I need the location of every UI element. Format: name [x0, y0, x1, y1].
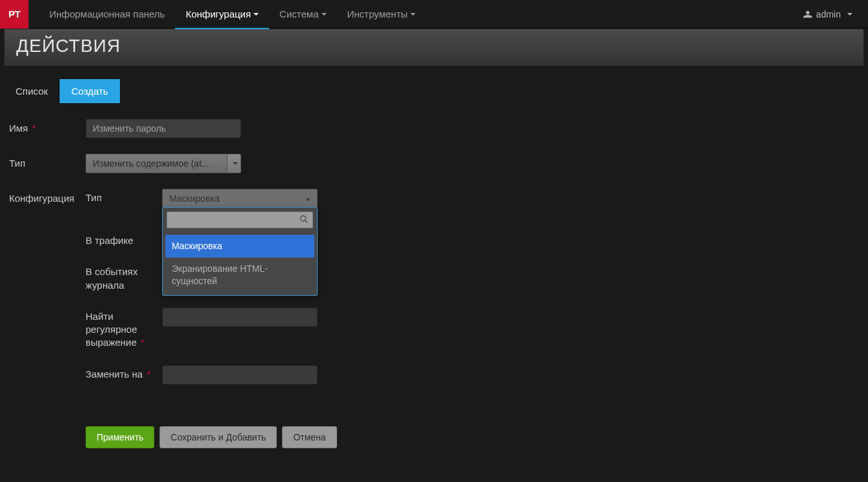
label-text: Имя — [9, 123, 28, 134]
dropdown-options: Маскировка Экранирование HTML-сущностей — [163, 232, 317, 295]
type-select[interactable]: Изменить содержимое (at... — [86, 154, 241, 173]
dropdown-panel: Маскировка Экранирование HTML-сущностей — [162, 207, 318, 296]
required-mark: * — [32, 123, 36, 134]
dropdown-search — [163, 208, 317, 232]
config-row-type: Тип Маскировка — [86, 189, 318, 208]
dropdown-selected-value: Маскировка — [169, 193, 220, 204]
regex-input[interactable] — [162, 307, 318, 327]
config-type-field: Маскировка — [162, 189, 318, 208]
replace-field — [162, 365, 318, 385]
config-type-dropdown[interactable]: Маскировка — [162, 189, 318, 208]
label-text: Заменить на — [86, 368, 143, 380]
form: Имя * Тип Изменить содержимое (at... Кон… — [4, 103, 864, 448]
form-row-name: Имя * — [9, 119, 864, 138]
nav-item-label: Информационная панель — [49, 8, 165, 19]
caret-down-icon — [322, 13, 327, 16]
required-mark: * — [141, 337, 145, 348]
user-icon — [803, 10, 812, 19]
content: Список Создать Имя * Тип Изменить содерж… — [0, 66, 868, 448]
name-label: Имя * — [9, 119, 86, 134]
caret-down-icon — [847, 13, 852, 16]
in-traffic-label: В трафике — [86, 232, 162, 247]
dropdown-search-input[interactable] — [167, 211, 313, 228]
dropdown-option[interactable]: Экранирование HTML-сущностей — [165, 258, 314, 293]
navbar: PT Информационная панель Конфигурация Си… — [0, 0, 868, 29]
name-input[interactable] — [86, 119, 241, 138]
form-buttons: Применить Сохранить и Добавить Отмена — [86, 426, 864, 448]
title-bar: ДЕЙСТВИЯ — [4, 29, 864, 66]
cancel-button[interactable]: Отмена — [282, 426, 336, 448]
nav-items: Информационная панель Конфигурация Систе… — [39, 0, 426, 29]
replace-label: Заменить на * — [86, 365, 162, 381]
tab-create[interactable]: Создать — [60, 79, 120, 103]
config-block: Тип Маскировка — [86, 189, 318, 400]
page-title: ДЕЙСТВИЯ — [16, 36, 852, 56]
regex-field — [162, 307, 318, 327]
svg-point-0 — [301, 216, 306, 221]
caret-down-icon — [253, 13, 259, 16]
user-name: admin — [816, 9, 841, 19]
type-select-value: Изменить содержимое (at... — [86, 154, 227, 173]
tabs: Список Создать — [4, 79, 864, 103]
regex-label: Найти регулярное выражение * — [86, 307, 162, 350]
config-label: Конфигурация — [9, 189, 86, 204]
in-log-events-label: В событиях журнала — [86, 263, 162, 292]
caret-down-icon — [233, 162, 238, 165]
nav-item-label: Система — [279, 8, 318, 19]
nav-item-label: Конфигурация — [185, 8, 251, 19]
save-and-add-button[interactable]: Сохранить и Добавить — [159, 426, 277, 448]
name-field — [86, 119, 241, 138]
nav-item-label: Инструменты — [347, 8, 408, 19]
nav-item-configuration[interactable]: Конфигурация — [175, 0, 269, 29]
svg-line-1 — [305, 221, 307, 223]
type-label: Тип — [9, 154, 86, 169]
apply-button[interactable]: Применить — [86, 426, 154, 448]
select-arrow — [227, 154, 241, 173]
nav-item-system[interactable]: Система — [269, 0, 336, 29]
dropdown-selected[interactable]: Маскировка — [162, 189, 318, 208]
search-icon — [299, 215, 308, 225]
tab-list[interactable]: Список — [4, 79, 60, 103]
form-row-config: Конфигурация Тип Маскировка — [9, 189, 864, 400]
label-text: Найти регулярное выражение — [86, 311, 137, 348]
user-menu[interactable]: admin — [803, 9, 868, 19]
nav-item-dashboard[interactable]: Информационная панель — [39, 0, 175, 29]
required-mark: * — [147, 368, 150, 380]
replace-input[interactable] — [162, 365, 318, 385]
logo: PT — [0, 0, 29, 29]
caret-up-icon — [305, 197, 311, 200]
nav-item-tools[interactable]: Инструменты — [337, 0, 427, 29]
dropdown-option[interactable]: Маскировка — [165, 235, 314, 258]
config-row-replace: Заменить на * — [86, 365, 318, 385]
type-field: Изменить содержимое (at... — [86, 154, 241, 173]
config-type-label: Тип — [86, 189, 162, 204]
form-row-type: Тип Изменить содержимое (at... — [9, 154, 864, 173]
caret-down-icon — [410, 13, 416, 16]
config-row-regex: Найти регулярное выражение * — [86, 307, 318, 350]
